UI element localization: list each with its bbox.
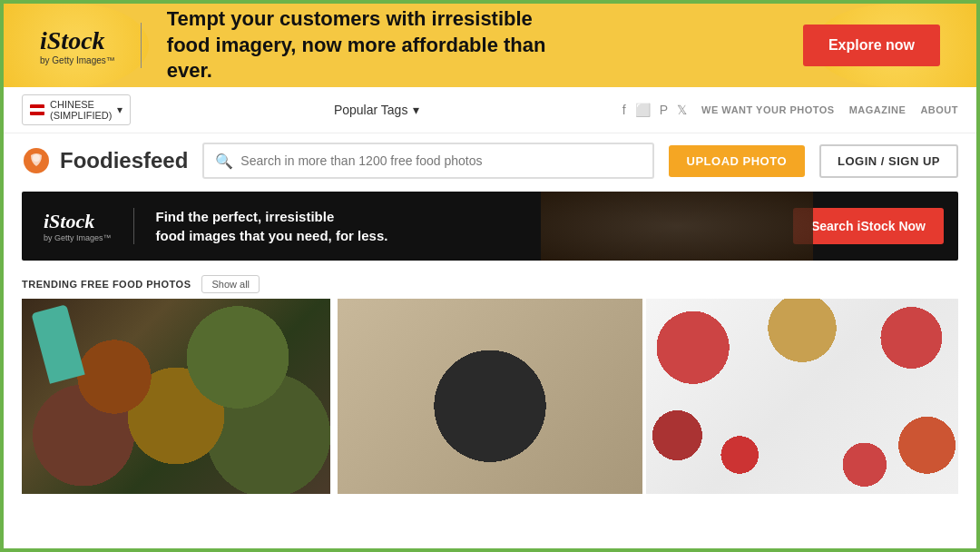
- search-icon: 🔍: [215, 153, 233, 170]
- top-banner: iStock by Getty Images™ Tempt your custo…: [4, 4, 976, 87]
- instagram-icon[interactable]: ⬜: [635, 103, 651, 117]
- site-name: Foodiesfeed: [60, 148, 188, 173]
- popular-tags-nav[interactable]: Popular Tags ▾: [334, 103, 419, 117]
- hand-overlay: [31, 304, 84, 384]
- nav-left: CHINESE (SIMPLIFIED) ▾: [22, 94, 131, 125]
- photo-card-1[interactable]: [22, 299, 330, 494]
- foodiesfeed-logo-icon: [22, 146, 51, 175]
- about-link[interactable]: ABOUT: [920, 104, 958, 115]
- language-label: CHINESE (SIMPLIFIED): [50, 99, 112, 121]
- show-all-button[interactable]: Show all: [201, 275, 260, 293]
- we-want-photos-link[interactable]: WE WANT YOUR PHOTOS: [701, 104, 835, 115]
- banner-tagline: Tempt your customers with irresistible f…: [167, 6, 548, 84]
- upload-photo-button[interactable]: UPLOAD PHOTO: [669, 145, 806, 177]
- ad-istock-sub-text: by Getty Images™: [44, 233, 112, 242]
- nav-bar: CHINESE (SIMPLIFIED) ▾ Popular Tags ▾ f …: [4, 87, 976, 133]
- twitter-icon[interactable]: 𝕏: [677, 103, 687, 117]
- getty-sub-text: by Getty Images™: [40, 55, 115, 65]
- search-istock-button[interactable]: Search iStock Now: [793, 208, 944, 244]
- popular-tags-label: Popular Tags: [334, 103, 407, 117]
- svg-point-1: [33, 154, 40, 162]
- ad-divider: [133, 208, 134, 244]
- explore-now-button[interactable]: Explore now: [803, 25, 940, 66]
- trending-title: TRENDING FREE FOOD PHOTOS: [22, 279, 191, 290]
- pinterest-icon[interactable]: P: [660, 103, 668, 117]
- social-icons-group: f ⬜ P 𝕏: [622, 103, 687, 117]
- login-signup-button[interactable]: LOGIN / SIGN UP: [819, 144, 958, 178]
- photo-card-2[interactable]: [338, 299, 642, 494]
- logo-area: Foodiesfeed: [22, 146, 188, 175]
- banner-divider: [141, 23, 142, 68]
- facebook-icon[interactable]: f: [622, 103, 626, 117]
- istock-logo-banner: iStock by Getty Images™: [40, 26, 115, 65]
- photo-card-3[interactable]: [646, 299, 958, 494]
- logo-search-bar: Foodiesfeed 🔍 UPLOAD PHOTO LOGIN / SIGN …: [4, 133, 976, 188]
- trending-header: TRENDING FREE FOOD PHOTOS Show all: [4, 268, 976, 299]
- ad-istock-logo-text: iStock: [44, 210, 112, 233]
- search-wrapper: 🔍: [202, 143, 653, 179]
- ad-banner-left: iStock by Getty Images™ Find the perfect…: [22, 207, 793, 245]
- search-input[interactable]: [240, 153, 641, 168]
- ad-banner: iStock by Getty Images™ Find the perfect…: [22, 192, 958, 261]
- ad-istock-logo-group: iStock by Getty Images™: [44, 210, 112, 242]
- language-selector[interactable]: CHINESE (SIMPLIFIED) ▾: [22, 94, 131, 125]
- china-flag-icon: [30, 104, 44, 115]
- ad-tagline-text: Find the perfect, irresistible food imag…: [156, 207, 388, 245]
- dropdown-arrow-icon: ▾: [117, 104, 122, 116]
- magazine-link[interactable]: MAGAZINE: [849, 104, 906, 115]
- nav-right: f ⬜ P 𝕏 WE WANT YOUR PHOTOS MAGAZINE ABO…: [622, 103, 958, 117]
- istock-logo-text: iStock: [40, 26, 105, 55]
- popular-tags-arrow-icon: ▾: [413, 103, 419, 117]
- photo-grid: [4, 299, 976, 494]
